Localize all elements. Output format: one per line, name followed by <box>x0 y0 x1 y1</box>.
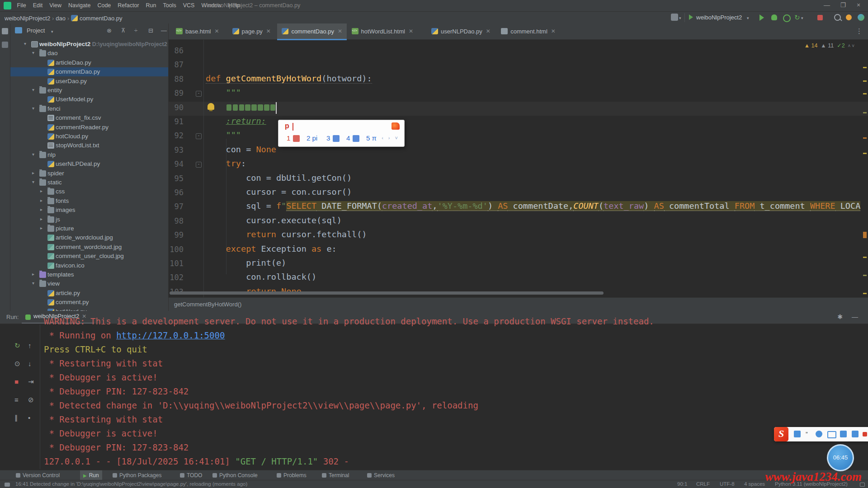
tree-item-weiboNlpProject2[interactable]: ▾weiboNlpProject2 D:\yuqing\weiboNlpProj… <box>10 40 168 49</box>
chevron-open-icon[interactable]: ▾ <box>32 106 34 111</box>
menu-view[interactable]: View <box>46 0 65 11</box>
code-line-90[interactable]: 90 <box>169 102 868 116</box>
ime-toolbox-icon[interactable] <box>852 431 859 437</box>
intention-bulb-icon[interactable] <box>208 103 214 110</box>
editor-tab-userNLPDao.py[interactable]: userNLPDao.py✕ <box>427 23 495 39</box>
code-line-100[interactable]: 100 except Exception as e: <box>169 244 868 258</box>
tree-item-comment_user_cloud.jpg[interactable]: comment_user_cloud.jpg <box>10 252 168 261</box>
tree-item-article.py[interactable]: article.py <box>10 289 168 298</box>
console-action2-0[interactable]: ↑ <box>28 342 32 349</box>
tree-item-userNLPDeal.py[interactable]: userNLPDeal.py <box>10 160 168 169</box>
chevron-open-icon[interactable]: ▾ <box>24 41 26 46</box>
console-action2-3[interactable]: ⊘ <box>28 396 34 404</box>
notification-icon[interactable] <box>846 14 852 20</box>
code-line-95[interactable]: 95 con = dbUtil.getCon() <box>169 173 868 187</box>
code-line-86[interactable]: 86 <box>169 45 868 59</box>
chevron-open-icon[interactable]: ▾ <box>32 87 34 92</box>
breadcrumb-item[interactable]: dao <box>56 15 66 22</box>
chevron-closed-icon[interactable]: ▸ <box>32 272 34 277</box>
console-action2-2[interactable]: ⇥ <box>28 378 34 386</box>
project-stripe-icon[interactable] <box>2 28 8 34</box>
tree-item-entity[interactable]: ▾entity <box>10 86 168 95</box>
tree-item-css[interactable]: ▸css <box>10 187 168 196</box>
chevron-open-icon[interactable]: ▾ <box>32 179 34 184</box>
ime-candidate-5[interactable]: 5 π <box>366 134 377 142</box>
rerun-button[interactable]: ↻ <box>794 14 800 22</box>
hide-panel-icon[interactable]: — <box>161 27 167 34</box>
console-output[interactable]: WARNING: This is a development server. D… <box>44 316 862 470</box>
menu-refactor[interactable]: Refactor <box>114 0 142 11</box>
ime-lips-icon[interactable] <box>863 432 867 436</box>
ime-skin-icon[interactable] <box>840 431 847 437</box>
tree-item-UserModel.py[interactable]: UserModel.py <box>10 95 168 104</box>
chevron-open-icon[interactable]: ▾ <box>32 50 34 55</box>
line-ending[interactable]: CRLF <box>696 481 710 487</box>
tree-item-nlp[interactable]: ▾nlp <box>10 150 168 160</box>
tree-item-articleDao.py[interactable]: articleDao.py <box>10 58 168 67</box>
code-line-97[interactable]: 97 sql = f"SELECT DATE_FORMAT(created_at… <box>169 201 868 215</box>
user-icon[interactable] <box>671 14 678 21</box>
code-line-92[interactable]: 92- """ <box>169 130 868 144</box>
ime-person-icon[interactable] <box>816 431 822 437</box>
tree-item-comment_fix.csv[interactable]: comment_fix.csv <box>10 113 168 122</box>
toolwindow-problems[interactable]: Problems <box>274 470 310 480</box>
code-line-88[interactable]: 88def getCommentByHotWord(hotword): <box>169 73 868 87</box>
locate-file-icon[interactable]: ⊗ <box>107 27 112 34</box>
fold-marker[interactable]: - <box>196 91 202 97</box>
context-function[interactable]: getCommentByHotWord() <box>174 301 241 308</box>
ime-punct-icon[interactable]: ” <box>806 431 812 437</box>
console-action2-1[interactable]: ↓ <box>28 360 32 367</box>
stop-button[interactable] <box>817 15 823 20</box>
code-line-99[interactable]: 99 return cursor.fetchall() <box>169 229 868 243</box>
chevron-closed-icon[interactable]: ▸ <box>40 198 42 203</box>
tree-item-favicon.ico[interactable]: favicon.ico <box>10 261 168 270</box>
statusbar-icon[interactable] <box>5 483 10 487</box>
code-line-89[interactable]: 89- """ <box>169 87 868 101</box>
tree-item-fenci[interactable]: ▾fenci <box>10 104 168 113</box>
caret-position[interactable]: 90:1 <box>677 481 687 487</box>
editor-tab-hotWordList.html[interactable]: hotWordList.html✕ <box>347 23 418 39</box>
console-action-1[interactable]: ⊙ <box>14 360 20 368</box>
ime-candidate-2[interactable]: 2 pi <box>307 134 317 142</box>
menu-file[interactable]: File <box>14 0 29 11</box>
console-action-0[interactable]: ↻ <box>14 342 20 350</box>
toolwindow-todo[interactable]: TODO <box>177 470 205 480</box>
tree-item-article_wordcloud.jpg[interactable]: article_wordcloud.jpg <box>10 233 168 242</box>
code-line-98[interactable]: 98 cursor.execute(sql) <box>169 215 868 229</box>
ime-candidate-4[interactable]: 4 <box>346 134 360 142</box>
tree-item-js[interactable]: ▸js <box>10 215 168 224</box>
tree-item-dao[interactable]: ▾dao <box>10 49 168 58</box>
avatar[interactable] <box>858 14 864 21</box>
menu-vcs[interactable]: VCS <box>179 0 198 11</box>
tree-item-hotCloud.py[interactable]: hotCloud.py <box>10 132 168 141</box>
indent-style[interactable]: 4 spaces <box>744 481 765 487</box>
editor-tab-comment.html[interactable]: comment.html✕ <box>496 23 560 39</box>
tree-item-commentReader.py[interactable]: commentReader.py <box>10 123 168 132</box>
run-button[interactable] <box>760 14 764 21</box>
menu-run[interactable]: Run <box>142 0 160 11</box>
expand-icon[interactable]: ⊼ <box>121 27 126 34</box>
tree-item-view[interactable]: ▾view <box>10 279 168 288</box>
console-action-4[interactable]: ∥ <box>14 414 18 422</box>
chevron-open-icon[interactable]: ▾ <box>32 281 34 286</box>
close-tab-icon[interactable]: ✕ <box>338 28 342 34</box>
editor-tab-base.html[interactable]: base.html✕ <box>171 23 223 39</box>
menu-edit[interactable]: Edit <box>29 0 46 11</box>
chevron-closed-icon[interactable]: ▸ <box>40 188 42 193</box>
ime-lang-icon[interactable] <box>794 431 801 437</box>
tree-item-comment.py[interactable]: comment.py <box>10 298 168 307</box>
close-button[interactable]: × <box>852 0 865 10</box>
tree-item-hotWord.py[interactable]: hotWord.py <box>10 307 168 311</box>
encoding[interactable]: UTF-8 <box>720 481 735 487</box>
settings-icon[interactable]: ⊟ <box>148 27 153 34</box>
ime-nav-arrows[interactable]: ‹ › ˅ <box>382 135 400 141</box>
tab-options-icon[interactable]: ⋮ <box>856 27 863 35</box>
toolwindow-version-control[interactable]: Version Control <box>13 470 63 480</box>
toolwindow-run[interactable]: ▶Run <box>80 470 102 480</box>
menu-tools[interactable]: Tools <box>160 0 179 11</box>
code-line-94[interactable]: 94- try: <box>169 158 868 172</box>
ime-candidate-3[interactable]: 3 <box>326 134 340 142</box>
tree-item-commentDao.py[interactable]: commentDao.py <box>10 67 168 76</box>
chevron-open-icon[interactable]: ▾ <box>32 152 34 157</box>
code-line-101[interactable]: 101 print(e) <box>169 258 868 272</box>
